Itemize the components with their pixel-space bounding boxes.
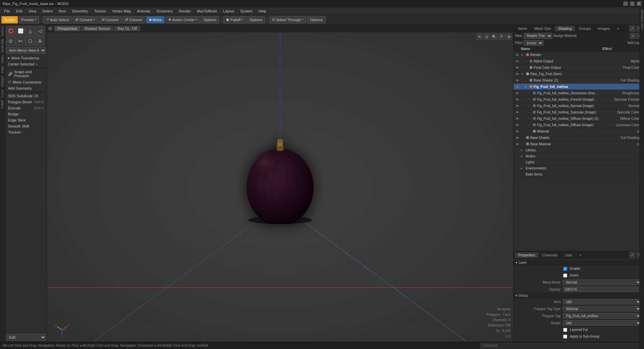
select-through-button[interactable]: ⊡ Select Through ▾	[269, 16, 306, 23]
gloss-eye[interactable]	[515, 91, 520, 95]
apply-instances-checkbox[interactable]	[563, 341, 567, 342]
diff2-eye[interactable]	[515, 116, 520, 121]
more-transforms-btn[interactable]: ▸ More Transforms	[5, 55, 47, 61]
tab-add[interactable]: +	[614, 26, 623, 31]
shader-glossiness[interactable]: ─ Fig_Fruit_full_mellow_Glossiness (Imag…	[514, 90, 644, 96]
ray-gl-tab[interactable]: Ray GL: Off	[114, 26, 140, 31]
menu-item[interactable]: Item	[56, 8, 68, 14]
bridge-btn[interactable]: Bridge	[5, 111, 47, 117]
basemat-eye[interactable]	[515, 142, 520, 146]
view-select[interactable]: Shader Tree	[524, 33, 552, 39]
falloff-button[interactable]: ◉ Falloff ▾	[223, 16, 246, 23]
mesh-constraints-btn[interactable]: ⬡ Mesh Constraints	[5, 79, 47, 85]
shader-render[interactable]: ▾ Render	[514, 52, 644, 58]
deform-tab[interactable]: Deform	[0, 25, 5, 38]
matsub-eye[interactable]	[515, 129, 520, 134]
tool-icon-square[interactable]: ⬜	[16, 26, 25, 36]
options-button-1[interactable]: Options	[201, 16, 219, 23]
base-shader2-eye[interactable]	[515, 78, 520, 83]
menu-select[interactable]: Select	[40, 8, 55, 14]
command-input[interactable]	[480, 343, 641, 348]
menu-maxtomodo[interactable]: MaxToModo	[194, 8, 220, 14]
tab-groups[interactable]: Groups	[575, 26, 594, 31]
tool-icon-shape4[interactable]: ◁	[35, 26, 45, 36]
menu-edit[interactable]: Edit	[13, 8, 25, 14]
shader-ripe-fig[interactable]: ▾ Ripe_Fig_Fruit (Item)	[514, 71, 644, 77]
library-expand[interactable]: ▸	[521, 149, 524, 152]
opacity-input[interactable]	[563, 287, 641, 292]
ripe-expand[interactable]: ▾	[522, 72, 525, 76]
ripe-eye[interactable]	[515, 71, 520, 76]
auto-select-button[interactable]: ↗ Auto Select	[43, 16, 72, 23]
apply-subgroup-checkbox[interactable]	[563, 335, 567, 339]
shader-nodes[interactable]: ▸ Nodes	[514, 153, 644, 159]
render-expand[interactable]: ▾	[522, 53, 525, 56]
edge-tab[interactable]: Edge	[0, 65, 5, 74]
shader-diffuse-lum[interactable]: ─ Fig_Fruit_full_mellow_Diffuse (Image) …	[514, 122, 644, 128]
alpha-eye[interactable]	[515, 59, 520, 63]
shader-fresnel[interactable]: ─ Fig_Fruit_full_mellow_Fresnel (Image) …	[514, 96, 644, 103]
menu-dynamics[interactable]: Dynamics	[154, 8, 175, 14]
menu-help[interactable]: Help	[256, 8, 269, 14]
convert-button-1[interactable]: ⇄ Convert ▾	[72, 16, 98, 23]
settings-btn[interactable]: ⚙	[506, 34, 512, 40]
difflum-eye[interactable]	[515, 122, 520, 127]
menu-view[interactable]: View	[26, 8, 39, 14]
shader-fig-mellow[interactable]: ▾ Fig_Fruit_full_mellow ▾	[514, 84, 644, 90]
maximize-button[interactable]: □	[630, 1, 635, 6]
group-section-header[interactable]: ▾ Group	[514, 293, 644, 298]
enable-checkbox[interactable]	[563, 267, 567, 271]
tool-icon-hex[interactable]: ⬡	[25, 36, 35, 46]
vertex-tab[interactable]: Vertex	[0, 54, 5, 65]
convert-button-3[interactable]: ⇄ Convert	[122, 16, 145, 23]
tool-icon-circle[interactable]: ⭕	[6, 26, 15, 36]
falloff-side-tab[interactable]: Falloff	[0, 99, 5, 110]
polygon-tab[interactable]: Polygon	[0, 74, 5, 88]
menu-animate[interactable]: Animate	[134, 8, 153, 14]
env-expand[interactable]: ▸	[521, 167, 524, 170]
snaps-btn[interactable]: 🔗 Snaps and Precision	[5, 69, 47, 79]
tab-images[interactable]: Images	[595, 26, 613, 31]
basesh-eye[interactable]	[515, 135, 520, 140]
sculpt-button[interactable]: Sculpt	[1, 16, 18, 23]
options-button-3[interactable]: Options	[307, 16, 326, 23]
filter-select[interactable]: (none)	[524, 40, 543, 46]
tab-items[interactable]: Items	[515, 26, 531, 31]
layered-fur-checkbox[interactable]	[563, 328, 567, 332]
shader-alpha-output[interactable]: ─ Alpha Output Alpha ▾	[514, 58, 644, 64]
fig-mellow-eye[interactable]	[515, 84, 520, 89]
tool-icon-text[interactable]: A	[35, 36, 45, 46]
shader-normal[interactable]: ─ Fig_Fruit_full_mellow_Normal (Image) N…	[514, 103, 644, 109]
tool-icon-triangle[interactable]: △	[25, 26, 35, 36]
poly-tag-type-select[interactable]: Material	[563, 306, 641, 311]
right-panel-expand[interactable]: ⤢	[629, 26, 635, 32]
shader-base-material[interactable]: Base Material (all)	[514, 141, 644, 147]
curve-tab[interactable]: Curve	[0, 88, 5, 99]
menu-file[interactable]: File	[1, 8, 13, 14]
convert-button-2[interactable]: ⇄ Convert	[99, 16, 122, 23]
tool-icon-undo[interactable]: ↩	[16, 36, 25, 46]
scope-select[interactable]: (all)	[563, 320, 641, 326]
menu-texture[interactable]: Texture	[92, 8, 109, 14]
spec-eye[interactable]	[515, 110, 520, 114]
smooth-shift-btn[interactable]: Smooth Shift	[5, 123, 47, 129]
shader-lights[interactable]: Lights	[514, 159, 644, 165]
menu-vertex-map[interactable]: Vertex Map	[110, 8, 134, 14]
items-button[interactable]: ◈ Items	[146, 16, 165, 23]
assign-material-link[interactable]: Assign Material	[554, 34, 577, 38]
prop-expand[interactable]: ⤢	[629, 252, 635, 258]
fresnel-eye[interactable]	[515, 97, 520, 102]
options-button-2[interactable]: Options	[247, 16, 265, 23]
mesh-edit-tab[interactable]: Mesh Edit	[0, 38, 5, 54]
shader-specular[interactable]: ─ Fig_Fruit_full_mellow_Specular (Image)…	[514, 109, 644, 115]
close-button[interactable]: ✕	[637, 1, 641, 6]
poly-tag-select[interactable]: Fig_Fruit_full_mellow	[563, 313, 641, 318]
prop-tab-properties[interactable]: Properties	[515, 252, 538, 258]
invert-checkbox[interactable]	[563, 273, 567, 278]
add-geometry-btn[interactable]: Add Geometry	[5, 85, 47, 91]
nodes-expand[interactable]: ▸	[521, 155, 524, 158]
edge-slice-btn[interactable]: Edge Slice	[5, 117, 47, 123]
sds-subdivide-btn[interactable]: SDS Subdivide 2X	[5, 93, 47, 99]
frame-all-btn[interactable]: ⊡	[484, 34, 490, 40]
shader-environments[interactable]: ▸ Environments	[514, 165, 644, 171]
